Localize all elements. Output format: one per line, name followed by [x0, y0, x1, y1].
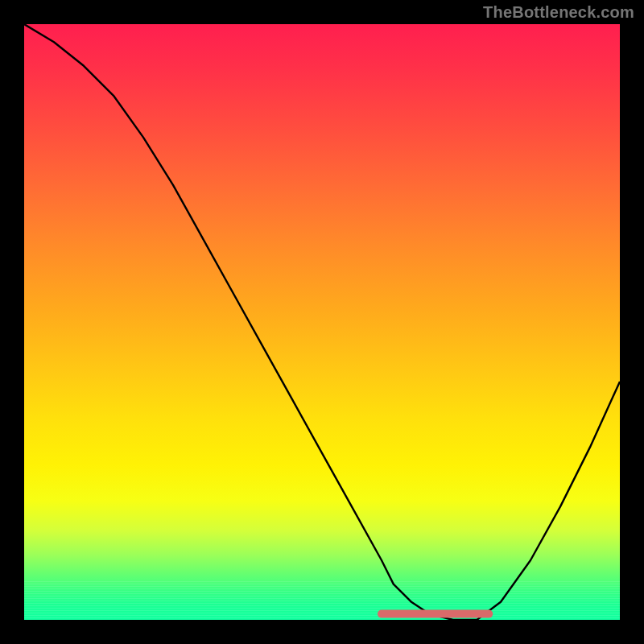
curve-svg [24, 24, 620, 620]
chart-frame: TheBottleneck.com [0, 0, 644, 644]
plot-area [24, 24, 620, 620]
bottleneck-curve [24, 24, 620, 620]
watermark-text: TheBottleneck.com [483, 3, 634, 22]
